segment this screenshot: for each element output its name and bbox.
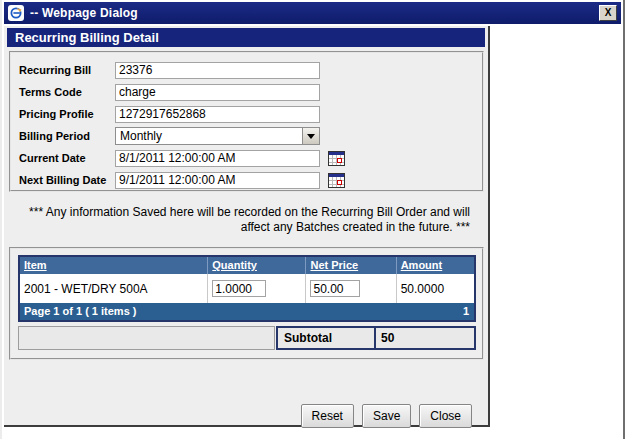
close-icon[interactable]: X	[599, 5, 617, 21]
billing-period-value: Monthly	[116, 128, 302, 144]
table-header-row: Item Quantity Net Price Amount	[20, 257, 474, 274]
close-button[interactable]: Close	[419, 404, 472, 428]
save-warning-notice: *** Any information Saved here will be r…	[4, 205, 470, 235]
form-row-recurring-bill: Recurring Bill	[19, 59, 476, 81]
amount-sort-link[interactable]: Amount	[401, 259, 443, 271]
table-pager-bar: Page 1 of 1 ( 1 items ) 1	[20, 303, 474, 320]
form-row-billing-period: Billing Period Monthly	[19, 125, 476, 147]
subtotal-label: Subtotal	[278, 328, 376, 348]
item-cell: 2001 - WET/DRY 500A	[20, 274, 207, 303]
subtotal-box: Subtotal 50	[276, 326, 476, 350]
form-row-current-date: Current Date	[19, 147, 476, 169]
recurring-bill-label: Recurring Bill	[19, 64, 115, 76]
current-date-label: Current Date	[19, 152, 115, 164]
form-row-next-billing-date: Next Billing Date	[19, 169, 476, 191]
internet-explorer-icon	[8, 5, 24, 21]
item-sort-link[interactable]: Item	[24, 259, 47, 271]
page-title: Recurring Billing Detail	[7, 28, 485, 47]
form-row-pricing-profile: Pricing Profile	[19, 103, 476, 125]
notice-line-2: affect any Batches created in the future…	[4, 220, 470, 235]
form-row-terms-code: Terms Code	[19, 81, 476, 103]
billing-form-groupbox: Recurring Bill Terms Code Pricing Profil…	[9, 51, 484, 192]
subtotal-spacer	[18, 326, 275, 350]
line-items-groupbox: Item Quantity Net Price Amount 2001 - WE…	[9, 247, 484, 360]
next-billing-date-input[interactable]	[115, 172, 320, 189]
reset-button[interactable]: Reset	[301, 404, 354, 428]
calendar-icon[interactable]	[328, 151, 345, 166]
billing-period-select[interactable]: Monthly	[115, 127, 320, 145]
save-button[interactable]: Save	[362, 404, 411, 428]
subtotal-row: Subtotal 50	[18, 326, 476, 350]
notice-line-1: *** Any information Saved here will be r…	[4, 205, 470, 220]
webpage-dialog-window: -- Webpage Dialog X Recurring Billing De…	[0, 0, 625, 439]
quantity-input[interactable]	[212, 280, 266, 297]
line-items-table: Item Quantity Net Price Amount 2001 - WE…	[18, 255, 476, 322]
net-price-sort-link[interactable]: Net Price	[310, 259, 358, 271]
amount-cell: 50.0000	[396, 274, 474, 303]
quantity-cell	[207, 274, 305, 303]
table-row: 2001 - WET/DRY 500A 50.0000	[20, 274, 474, 303]
column-header-net-price: Net Price	[305, 257, 395, 274]
next-billing-date-label: Next Billing Date	[19, 174, 115, 186]
current-date-input[interactable]	[115, 150, 320, 167]
terms-code-label: Terms Code	[19, 86, 115, 98]
column-header-item: Item	[20, 257, 207, 274]
action-button-row: Reset Save Close	[4, 404, 472, 428]
calendar-icon[interactable]	[328, 173, 345, 188]
dialog-title: -- Webpage Dialog	[30, 6, 138, 20]
recurring-bill-input[interactable]	[115, 62, 320, 79]
pager-text: Page 1 of 1 ( 1 items )	[24, 303, 136, 320]
net-price-input[interactable]	[310, 280, 360, 297]
pricing-profile-label: Pricing Profile	[19, 108, 115, 120]
chevron-down-icon[interactable]	[302, 128, 319, 144]
pager-page-count: 1	[463, 303, 469, 320]
billing-period-label: Billing Period	[19, 130, 115, 142]
quantity-sort-link[interactable]: Quantity	[212, 259, 257, 271]
pricing-profile-input[interactable]	[115, 106, 320, 123]
dialog-titlebar: -- Webpage Dialog X	[4, 2, 621, 24]
terms-code-input[interactable]	[115, 84, 320, 101]
column-header-quantity: Quantity	[207, 257, 305, 274]
subtotal-value: 50	[376, 328, 474, 348]
net-price-cell	[305, 274, 395, 303]
column-header-amount: Amount	[396, 257, 474, 274]
dialog-content-panel: Recurring Billing Detail Recurring Bill …	[4, 26, 490, 427]
